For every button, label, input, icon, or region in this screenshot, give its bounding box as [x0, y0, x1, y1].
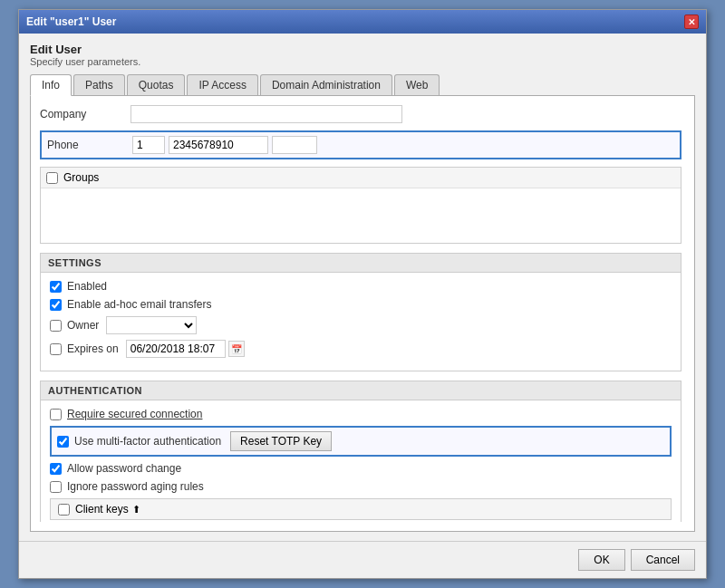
dialog-body: Edit User Specify user parameters. Info … [19, 34, 706, 541]
expires-input[interactable] [126, 340, 226, 358]
expires-checkbox[interactable] [50, 343, 62, 355]
tab-info[interactable]: Info [30, 74, 72, 96]
phone-country-input[interactable] [132, 136, 165, 154]
require-secured-label[interactable]: Require secured connection [67, 408, 202, 420]
ignore-aging-row: Ignore password aging rules [50, 480, 672, 493]
enabled-checkbox[interactable] [50, 281, 62, 293]
phone-label: Phone [47, 139, 132, 151]
phone-number-input[interactable] [169, 136, 268, 154]
edit-user-dialog: Edit "user1" User ✕ Edit User Specify us… [18, 9, 707, 579]
groups-checkbox[interactable] [46, 172, 58, 184]
ignore-aging-checkbox[interactable] [50, 481, 62, 493]
groups-section: Groups [40, 167, 682, 244]
calendar-icon[interactable]: 📅 [228, 341, 245, 357]
expires-row: Expires on 📅 [50, 340, 672, 358]
require-secured-row: Require secured connection [50, 408, 672, 420]
client-keys-checkbox[interactable] [58, 504, 70, 516]
client-keys-label: Client keys [75, 503, 129, 516]
allow-password-checkbox[interactable] [50, 463, 62, 475]
allow-password-row: Allow password change [50, 462, 672, 475]
edit-user-title: Edit User [30, 43, 695, 56]
owner-label: Owner [67, 319, 99, 332]
company-label: Company [40, 108, 130, 120]
tab-quotas[interactable]: Quotas [127, 74, 186, 95]
owner-checkbox[interactable] [50, 320, 62, 332]
phone-group: Phone [40, 130, 682, 159]
client-keys-icon: ⬆ [132, 504, 140, 516]
adhoc-checkbox[interactable] [50, 299, 62, 311]
owner-row: Owner [50, 316, 672, 334]
mfa-label: Use multi-factor authentication [74, 435, 221, 448]
cancel-button[interactable]: Cancel [631, 549, 695, 571]
scroll-area[interactable]: Company Phone Groups [40, 105, 685, 522]
settings-section: SETTINGS Enabled Enable ad-hoc email tra… [40, 253, 682, 371]
groups-body [41, 188, 681, 243]
settings-body: Enabled Enable ad-hoc email transfers Ow… [41, 273, 681, 371]
tabs-bar: Info Paths Quotas IP Access Domain Admin… [30, 74, 695, 96]
ignore-aging-label: Ignore password aging rules [67, 480, 204, 493]
company-row: Company [40, 105, 682, 123]
allow-password-label: Allow password change [67, 462, 181, 475]
require-secured-checkbox[interactable] [50, 409, 62, 420]
reset-totp-button[interactable]: Reset TOTP Key [230, 431, 332, 451]
dialog-header: Edit User Specify user parameters. [30, 43, 695, 67]
authentication-title: AUTHENTICATION [41, 381, 681, 400]
dialog-title: Edit "user1" User [26, 15, 116, 28]
groups-header: Groups [41, 168, 681, 188]
authentication-body: Require secured connection Use multi-fac… [41, 400, 681, 522]
adhoc-row: Enable ad-hoc email transfers [50, 298, 672, 311]
close-button[interactable]: ✕ [684, 14, 699, 29]
mfa-row: Use multi-factor authentication Reset TO… [50, 426, 672, 457]
groups-label: Groups [63, 171, 99, 184]
authentication-section: AUTHENTICATION Require secured connectio… [40, 381, 682, 522]
enabled-row: Enabled [50, 280, 672, 293]
mfa-checkbox[interactable] [57, 436, 69, 448]
tab-ip-access[interactable]: IP Access [187, 74, 257, 95]
client-keys-row: Client keys ⬆ [50, 498, 672, 520]
tab-domain-admin[interactable]: Domain Administration [260, 74, 392, 95]
tab-paths[interactable]: Paths [73, 74, 125, 95]
title-bar: Edit "user1" User ✕ [19, 10, 706, 34]
phone-ext-input[interactable] [272, 136, 317, 154]
dialog-footer: OK Cancel [19, 541, 706, 578]
settings-title: SETTINGS [41, 254, 681, 273]
tab-content: Company Phone Groups [30, 96, 695, 532]
owner-dropdown[interactable] [106, 316, 197, 334]
ok-button[interactable]: OK [578, 549, 624, 571]
tab-web[interactable]: Web [394, 74, 440, 95]
adhoc-label: Enable ad-hoc email transfers [67, 298, 211, 311]
edit-user-subtitle: Specify user parameters. [30, 56, 695, 67]
company-input[interactable] [130, 105, 402, 123]
expires-label: Expires on [67, 342, 119, 355]
enabled-label: Enabled [67, 280, 107, 293]
